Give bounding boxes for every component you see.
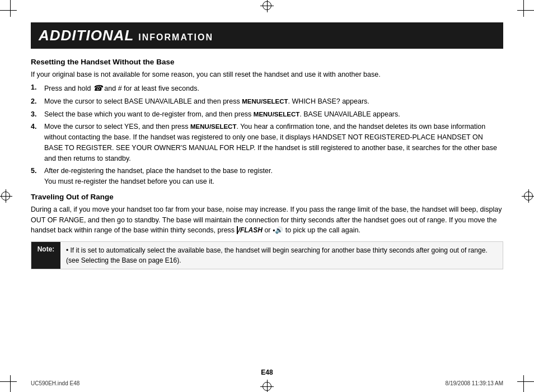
note-box: Note: • If it is set to automatically se…: [31, 241, 503, 269]
step-3-content: Select the base which you want to de-reg…: [44, 109, 503, 120]
crop-mark-tr-v: [523, 0, 524, 17]
footer-left: UC590EH.indd E48: [31, 380, 79, 386]
note-content: • If it is set to automatically select t…: [60, 242, 503, 269]
footer-right: 8/19/2008 11:39:13 AM: [446, 380, 503, 386]
list-item: 3. Select the base which you want to de-…: [31, 109, 503, 120]
step-2-content: Move the cursor to select BASE UNAVAILAB…: [44, 96, 503, 107]
step-4-num: 4.: [31, 122, 41, 164]
menu-select-2: MENU/SELECT: [242, 98, 288, 105]
list-item: 5. After de-registering the handset, pla…: [31, 166, 503, 187]
menu-select-4: MENU/SELECT: [190, 123, 236, 130]
section-traveling: Traveling Out of Range During a call, if…: [31, 193, 503, 236]
section-traveling-title: Traveling Out of Range: [31, 193, 503, 201]
list-item: 1. Press and hold ☎ and # for at least f…: [31, 82, 503, 94]
step-5-content: After de-registering the handset, place …: [44, 166, 503, 187]
section-resetting-title: Resetting the Handset Without the Base: [31, 58, 503, 66]
step-4-content: Move the cursor to select YES, and then …: [44, 122, 503, 164]
phone-symbol: ☎: [93, 83, 102, 92]
crop-mark-bl-h: [0, 381, 17, 382]
section-resetting: Resetting the Handset Without the Base I…: [31, 58, 503, 187]
step-3-num: 3.: [31, 109, 41, 120]
list-item: 2. Move the cursor to select BASE UNAVAI…: [31, 96, 503, 107]
section-resetting-intro: If your original base is not available f…: [31, 69, 503, 80]
header-additional: ADDITIONAL: [39, 27, 134, 44]
crop-mark-tr-h: [517, 10, 534, 11]
page: ADDITIONAL INFORMATION Resetting the Han…: [0, 0, 534, 392]
page-number: E48: [261, 368, 273, 376]
list-item: 4. Move the cursor to select YES, and th…: [31, 122, 503, 164]
flash-button: /FLASH: [237, 226, 263, 234]
header-information: INFORMATION: [138, 32, 213, 43]
step-2-num: 2.: [31, 96, 41, 107]
main-content: ADDITIONAL INFORMATION Resetting the Han…: [31, 22, 503, 370]
note-label: Note:: [31, 242, 60, 269]
crop-mark-tl-h: [0, 10, 17, 11]
steps-list: 1. Press and hold ☎ and # for at least f…: [31, 82, 503, 187]
crop-mark-tl-v: [10, 0, 11, 17]
step-1-num: 1.: [31, 82, 41, 94]
step-5-num: 5.: [31, 166, 41, 187]
speaker-symbol: ▪🔊: [273, 226, 283, 234]
crop-mark-bl-v: [10, 375, 11, 392]
menu-select-3: MENU/SELECT: [254, 111, 299, 118]
step-1-content: Press and hold ☎ and # for at least five…: [44, 82, 503, 94]
header-banner: ADDITIONAL INFORMATION: [31, 22, 503, 49]
crop-mark-br-h: [517, 381, 534, 382]
section-traveling-body: During a call, if you move your handset …: [31, 204, 503, 236]
crop-mark-br-v: [523, 375, 524, 392]
